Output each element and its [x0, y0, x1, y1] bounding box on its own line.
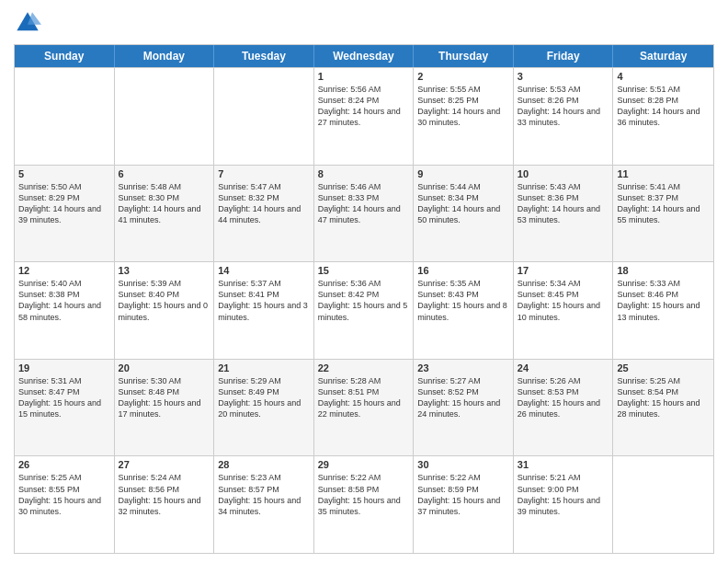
calendar: SundayMondayTuesdayWednesdayThursdayFrid…	[14, 44, 714, 554]
calendar-cell	[15, 68, 115, 165]
day-info: Sunrise: 5:22 AM Sunset: 8:59 PM Dayligh…	[417, 472, 509, 517]
day-number: 12	[18, 265, 110, 276]
calendar-cell: 29Sunrise: 5:22 AM Sunset: 8:58 PM Dayli…	[314, 456, 415, 553]
calendar-cell	[115, 68, 215, 165]
day-number: 9	[417, 168, 509, 179]
weekday-header: Friday	[514, 45, 614, 67]
day-info: Sunrise: 5:35 AM Sunset: 8:43 PM Dayligh…	[417, 278, 509, 323]
calendar-cell: 26Sunrise: 5:25 AM Sunset: 8:55 PM Dayli…	[15, 456, 115, 553]
day-info: Sunrise: 5:47 AM Sunset: 8:32 PM Dayligh…	[218, 181, 310, 226]
calendar-row: 1Sunrise: 5:56 AM Sunset: 8:24 PM Daylig…	[15, 67, 713, 165]
day-number: 21	[218, 362, 310, 373]
calendar-cell: 31Sunrise: 5:21 AM Sunset: 9:00 PM Dayli…	[514, 456, 614, 553]
calendar-row: 5Sunrise: 5:50 AM Sunset: 8:29 PM Daylig…	[15, 165, 713, 262]
day-info: Sunrise: 5:39 AM Sunset: 8:40 PM Dayligh…	[119, 278, 210, 323]
day-info: Sunrise: 5:55 AM Sunset: 8:25 PM Dayligh…	[417, 84, 509, 129]
day-info: Sunrise: 5:36 AM Sunset: 8:42 PM Dayligh…	[318, 278, 410, 323]
calendar-cell: 6Sunrise: 5:48 AM Sunset: 8:30 PM Daylig…	[115, 166, 215, 262]
day-number: 1	[318, 71, 410, 82]
calendar-row: 19Sunrise: 5:31 AM Sunset: 8:47 PM Dayli…	[15, 359, 713, 456]
calendar-cell: 27Sunrise: 5:24 AM Sunset: 8:56 PM Dayli…	[115, 456, 215, 553]
day-info: Sunrise: 5:50 AM Sunset: 8:29 PM Dayligh…	[18, 181, 110, 226]
day-number: 13	[119, 265, 210, 276]
day-number: 23	[417, 362, 509, 373]
calendar-cell: 9Sunrise: 5:44 AM Sunset: 8:34 PM Daylig…	[414, 166, 514, 262]
calendar-cell: 8Sunrise: 5:46 AM Sunset: 8:33 PM Daylig…	[314, 166, 415, 262]
calendar-cell	[214, 68, 314, 165]
weekday-header: Sunday	[15, 45, 115, 67]
day-number: 17	[518, 265, 609, 276]
calendar-cell: 13Sunrise: 5:39 AM Sunset: 8:40 PM Dayli…	[115, 262, 215, 359]
day-info: Sunrise: 5:46 AM Sunset: 8:33 PM Dayligh…	[318, 181, 410, 226]
calendar-cell: 28Sunrise: 5:23 AM Sunset: 8:57 PM Dayli…	[214, 456, 314, 553]
day-number: 18	[617, 265, 710, 276]
day-number: 29	[318, 459, 410, 470]
day-info: Sunrise: 5:28 AM Sunset: 8:51 PM Dayligh…	[318, 375, 410, 420]
page: SundayMondayTuesdayWednesdayThursdayFrid…	[0, 0, 728, 563]
calendar-cell: 16Sunrise: 5:35 AM Sunset: 8:43 PM Dayli…	[414, 262, 514, 359]
day-info: Sunrise: 5:25 AM Sunset: 8:54 PM Dayligh…	[617, 375, 710, 420]
day-number: 28	[218, 459, 310, 470]
calendar-cell: 21Sunrise: 5:29 AM Sunset: 8:49 PM Dayli…	[214, 360, 314, 456]
day-number: 7	[218, 168, 310, 179]
day-number: 22	[318, 362, 410, 373]
calendar-cell: 19Sunrise: 5:31 AM Sunset: 8:47 PM Dayli…	[15, 360, 115, 456]
day-number: 19	[18, 362, 110, 373]
header	[14, 9, 714, 37]
day-info: Sunrise: 5:25 AM Sunset: 8:55 PM Dayligh…	[18, 472, 110, 517]
calendar-body: 1Sunrise: 5:56 AM Sunset: 8:24 PM Daylig…	[15, 67, 713, 553]
calendar-cell: 1Sunrise: 5:56 AM Sunset: 8:24 PM Daylig…	[314, 68, 415, 165]
calendar-cell: 12Sunrise: 5:40 AM Sunset: 8:38 PM Dayli…	[15, 262, 115, 359]
calendar-cell: 15Sunrise: 5:36 AM Sunset: 8:42 PM Dayli…	[314, 262, 415, 359]
calendar-row: 26Sunrise: 5:25 AM Sunset: 8:55 PM Dayli…	[15, 455, 713, 553]
calendar-cell: 25Sunrise: 5:25 AM Sunset: 8:54 PM Dayli…	[613, 360, 713, 456]
calendar-cell: 2Sunrise: 5:55 AM Sunset: 8:25 PM Daylig…	[414, 68, 514, 165]
day-info: Sunrise: 5:44 AM Sunset: 8:34 PM Dayligh…	[417, 181, 509, 226]
day-number: 3	[518, 71, 609, 82]
weekday-header: Wednesday	[314, 45, 415, 67]
day-info: Sunrise: 5:21 AM Sunset: 9:00 PM Dayligh…	[518, 472, 609, 517]
calendar-cell: 30Sunrise: 5:22 AM Sunset: 8:59 PM Dayli…	[414, 456, 514, 553]
weekday-header: Thursday	[414, 45, 514, 67]
day-number: 31	[518, 459, 609, 470]
day-info: Sunrise: 5:43 AM Sunset: 8:36 PM Dayligh…	[518, 181, 609, 226]
logo-icon	[14, 9, 41, 37]
day-info: Sunrise: 5:40 AM Sunset: 8:38 PM Dayligh…	[18, 278, 110, 323]
day-info: Sunrise: 5:30 AM Sunset: 8:48 PM Dayligh…	[119, 375, 210, 420]
weekday-header: Saturday	[613, 45, 713, 67]
day-number: 2	[417, 71, 509, 82]
day-info: Sunrise: 5:53 AM Sunset: 8:26 PM Dayligh…	[518, 84, 609, 129]
day-number: 16	[417, 265, 509, 276]
day-info: Sunrise: 5:48 AM Sunset: 8:30 PM Dayligh…	[119, 181, 210, 226]
day-number: 25	[617, 362, 710, 373]
calendar-cell: 3Sunrise: 5:53 AM Sunset: 8:26 PM Daylig…	[514, 68, 614, 165]
calendar-header: SundayMondayTuesdayWednesdayThursdayFrid…	[15, 45, 713, 67]
day-info: Sunrise: 5:23 AM Sunset: 8:57 PM Dayligh…	[218, 472, 310, 517]
day-number: 14	[218, 265, 310, 276]
day-number: 30	[417, 459, 509, 470]
calendar-cell: 22Sunrise: 5:28 AM Sunset: 8:51 PM Dayli…	[314, 360, 415, 456]
day-number: 24	[518, 362, 609, 373]
day-number: 27	[119, 459, 210, 470]
weekday-header: Monday	[115, 45, 215, 67]
day-number: 4	[617, 71, 710, 82]
calendar-cell: 18Sunrise: 5:33 AM Sunset: 8:46 PM Dayli…	[613, 262, 713, 359]
day-info: Sunrise: 5:37 AM Sunset: 8:41 PM Dayligh…	[218, 278, 310, 323]
day-number: 8	[318, 168, 410, 179]
day-info: Sunrise: 5:22 AM Sunset: 8:58 PM Dayligh…	[318, 472, 410, 517]
calendar-cell: 23Sunrise: 5:27 AM Sunset: 8:52 PM Dayli…	[414, 360, 514, 456]
day-number: 20	[119, 362, 210, 373]
calendar-cell: 5Sunrise: 5:50 AM Sunset: 8:29 PM Daylig…	[15, 166, 115, 262]
calendar-cell: 24Sunrise: 5:26 AM Sunset: 8:53 PM Dayli…	[514, 360, 614, 456]
calendar-cell: 14Sunrise: 5:37 AM Sunset: 8:41 PM Dayli…	[214, 262, 314, 359]
day-number: 15	[318, 265, 410, 276]
day-number: 11	[617, 168, 710, 179]
day-info: Sunrise: 5:29 AM Sunset: 8:49 PM Dayligh…	[218, 375, 310, 420]
day-info: Sunrise: 5:33 AM Sunset: 8:46 PM Dayligh…	[617, 278, 710, 323]
calendar-cell: 11Sunrise: 5:41 AM Sunset: 8:37 PM Dayli…	[613, 166, 713, 262]
day-number: 5	[18, 168, 110, 179]
calendar-cell	[613, 456, 713, 553]
weekday-header: Tuesday	[214, 45, 314, 67]
day-info: Sunrise: 5:41 AM Sunset: 8:37 PM Dayligh…	[617, 181, 710, 226]
day-number: 6	[119, 168, 210, 179]
